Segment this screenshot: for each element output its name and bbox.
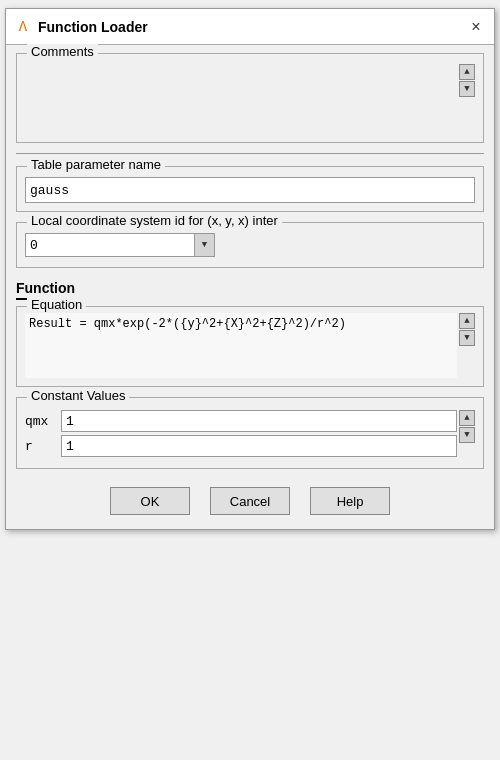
constant-values-section: Constant Values qmx r: [16, 397, 484, 469]
const-input-wrapper-0: [61, 410, 457, 432]
local-coord-section: Local coordinate system id for (x, y, x)…: [16, 222, 484, 268]
divider-1: [16, 153, 484, 154]
comments-section: Comments ▲ ▼: [16, 53, 484, 143]
comments-legend: Comments: [27, 44, 98, 59]
app-icon: Λ: [14, 18, 32, 36]
function-loader-window: Λ Function Loader × Comments ▲ ▼: [5, 8, 495, 530]
const-rows: qmx r: [25, 410, 457, 460]
table-param-section: Table parameter name: [16, 166, 484, 212]
local-coord-input[interactable]: [25, 233, 195, 257]
help-button[interactable]: Help: [310, 487, 390, 515]
const-scroll-wrapper: qmx r ▲: [25, 410, 475, 460]
ok-button[interactable]: OK: [110, 487, 190, 515]
equation-scroll-up[interactable]: ▲: [459, 313, 475, 329]
close-button[interactable]: ×: [466, 17, 486, 37]
window-title: Function Loader: [38, 19, 148, 35]
cancel-button[interactable]: Cancel: [210, 487, 290, 515]
const-scroll-up[interactable]: ▲: [459, 410, 475, 426]
window-body: Comments ▲ ▼ Table parameter name: [6, 45, 494, 529]
title-bar-left: Λ Function Loader: [14, 18, 148, 36]
equation-scrollbar: ▲ ▼: [459, 313, 475, 346]
comments-textarea[interactable]: [25, 64, 457, 134]
dropdown-wrapper: ▼: [25, 233, 475, 257]
bottom-buttons: OK Cancel Help: [16, 481, 484, 519]
comments-scroll-up[interactable]: ▲: [459, 64, 475, 80]
comments-scroll-down[interactable]: ▼: [459, 81, 475, 97]
const-scrollbar: ▲ ▼: [459, 410, 475, 443]
comments-scrollbar: ▲ ▼: [459, 64, 475, 97]
const-row-0: qmx: [25, 410, 457, 432]
equation-section: Equation ▲ ▼: [16, 306, 484, 387]
const-label-0: qmx: [25, 414, 57, 429]
const-input-1[interactable]: [61, 435, 457, 457]
local-coord-dropdown-button[interactable]: ▼: [195, 233, 215, 257]
equation-wrapper: ▲ ▼: [25, 313, 475, 378]
const-input-wrapper-1: [61, 435, 457, 457]
local-coord-legend: Local coordinate system id for (x, y, x)…: [27, 213, 282, 228]
const-input-0[interactable]: [61, 410, 457, 432]
table-param-input[interactable]: [25, 177, 475, 203]
const-scroll-down[interactable]: ▼: [459, 427, 475, 443]
const-row-1: r: [25, 435, 457, 457]
title-bar: Λ Function Loader ×: [6, 9, 494, 45]
comments-wrapper: ▲ ▼: [25, 64, 475, 134]
constant-values-legend: Constant Values: [27, 388, 129, 403]
equation-legend: Equation: [27, 297, 86, 312]
equation-scroll-down[interactable]: ▼: [459, 330, 475, 346]
table-param-legend: Table parameter name: [27, 157, 165, 172]
equation-textarea[interactable]: [25, 313, 457, 378]
const-label-1: r: [25, 439, 57, 454]
